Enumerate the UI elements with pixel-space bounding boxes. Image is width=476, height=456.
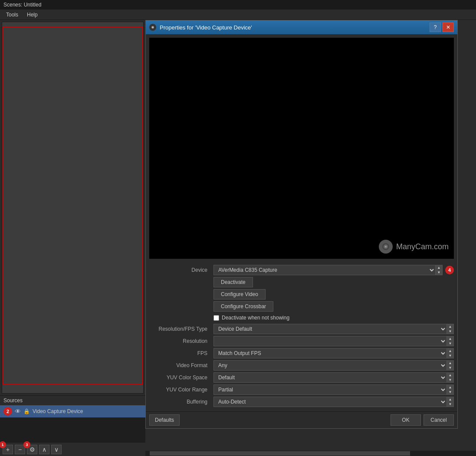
video-format-row: Video Format Any ▲ ▼ <box>149 359 454 371</box>
watermark-text: ManyCam.com <box>396 242 449 251</box>
yuv-color-space-label: YUV Color Space <box>149 375 210 381</box>
resolution-label: Resolution <box>149 338 210 344</box>
resolution-fps-select[interactable]: Device Default <box>214 324 446 334</box>
source-item-video-capture[interactable]: 2 👁 🔒 Video Capture Device <box>0 405 145 417</box>
dialog-close-button[interactable]: ✕ <box>443 23 454 32</box>
buffering-spin: ▲ ▼ <box>446 397 453 407</box>
yuv-color-range-control: Partial ▲ ▼ <box>213 384 454 395</box>
deactivate-button[interactable]: Deactivate <box>213 277 253 287</box>
buffering-select-wrapper[interactable]: Auto-Detect ▲ ▼ <box>213 397 454 407</box>
yuv-color-space-select-wrapper[interactable]: Default ▲ ▼ <box>213 372 454 383</box>
yuv-color-space-spin-up[interactable]: ▲ <box>447 373 453 378</box>
device-spin-down[interactable]: ▼ <box>436 270 442 275</box>
device-select[interactable]: AVerMedia C835 Capture <box>214 265 435 275</box>
video-format-spin-down[interactable]: ▼ <box>447 365 453 370</box>
deactivate-checkbox-label[interactable]: Deactivate when not showing <box>222 315 289 321</box>
video-format-select-wrapper[interactable]: Any ▲ ▼ <box>213 360 454 371</box>
resolution-select-wrapper[interactable]: ▲ ▼ <box>213 336 454 346</box>
video-format-spin-up[interactable]: ▲ <box>447 361 453 365</box>
title-bar: Scenes: Untitled <box>0 0 476 10</box>
yuv-color-space-spin-down[interactable]: ▼ <box>447 378 453 382</box>
resolution-control: ▲ ▼ <box>213 336 454 346</box>
title-text: Scenes: Untitled <box>3 2 41 8</box>
configure-video-control: Configure Video <box>213 289 454 300</box>
resolution-fps-select-wrapper[interactable]: Device Default ▲ ▼ <box>213 324 454 334</box>
resolution-fps-type-control: Device Default ▲ ▼ <box>213 324 454 334</box>
buffering-select[interactable]: Auto-Detect <box>214 397 446 407</box>
defaults-button[interactable]: Defaults <box>149 414 180 426</box>
resolution-fps-spin-down[interactable]: ▼ <box>447 329 453 334</box>
fps-label: FPS <box>149 350 210 356</box>
sources-list: 2 👁 🔒 Video Capture Device <box>0 405 145 442</box>
device-label: Device <box>149 267 210 273</box>
yuv-color-space-select[interactable]: Default <box>214 373 446 382</box>
deactivate-checkbox-row: Deactivate when not showing <box>149 313 454 323</box>
resolution-spin-down[interactable]: ▼ <box>447 341 453 346</box>
cancel-button[interactable]: Cancel <box>423 414 454 426</box>
device-name-container: AVerMedia C835 Capture ▲ ▼ 4 <box>213 265 454 275</box>
configure-crossbar-control: Configure Crossbar <box>213 301 454 312</box>
horizontal-scrollbar[interactable] <box>145 451 476 456</box>
device-select-wrapper[interactable]: AVerMedia C835 Capture ▲ ▼ <box>213 265 443 275</box>
resolution-fps-spin-up[interactable]: ▲ <box>447 324 453 329</box>
eye-icon: 👁 <box>15 408 21 415</box>
svg-point-2 <box>152 27 154 28</box>
fps-spin-down[interactable]: ▼ <box>447 353 453 358</box>
watermark-icon <box>379 240 393 254</box>
fps-select[interactable]: Match Output FPS <box>214 349 446 358</box>
deactivate-row: Deactivate <box>149 276 454 288</box>
buffering-row: Buffering Auto-Detect ▲ ▼ <box>149 396 454 408</box>
fps-spin-up[interactable]: ▲ <box>447 349 453 353</box>
yuv-color-space-row: YUV Color Space Default ▲ ▼ <box>149 371 454 384</box>
scene-border <box>2 26 143 384</box>
resolution-fps-spin: ▲ ▼ <box>446 324 453 334</box>
yuv-color-range-select[interactable]: Partial <box>214 385 446 394</box>
sources-toolbar: + 1 − ⚙ 3 ∧ ∨ <box>0 442 145 456</box>
menu-bar: Tools Help <box>0 10 476 20</box>
badge-3: 3 <box>23 441 30 448</box>
ok-button[interactable]: OK <box>391 414 421 426</box>
dialog-titlebar: Properties for 'Video Capture Device' ? … <box>146 20 457 34</box>
badge-1: 1 <box>0 441 6 448</box>
configure-crossbar-button[interactable]: Configure Crossbar <box>213 301 273 312</box>
resolution-row: Resolution ▲ ▼ <box>149 335 454 347</box>
yuv-color-range-select-wrapper[interactable]: Partial ▲ ▼ <box>213 384 454 395</box>
device-spin-up[interactable]: ▲ <box>436 265 442 270</box>
video-format-select[interactable]: Any <box>214 361 446 370</box>
menu-tools[interactable]: Tools <box>2 11 23 19</box>
yuv-color-range-spin-down[interactable]: ▼ <box>447 390 453 394</box>
dialog-title-buttons: ? ✕ <box>430 23 454 32</box>
sources-panel: Sources 2 👁 🔒 Video Capture Device + 1 −… <box>0 395 145 456</box>
fps-spin: ▲ ▼ <box>446 349 453 358</box>
buffering-label: Buffering <box>149 399 210 405</box>
yuv-color-range-row: YUV Color Range Partial ▲ ▼ <box>149 384 454 396</box>
menu-help[interactable]: Help <box>23 11 42 19</box>
device-badge-4: 4 <box>445 266 454 274</box>
source-name: Video Capture Device <box>33 408 83 414</box>
move-source-down-button[interactable]: ∨ <box>51 445 62 454</box>
resolution-spin: ▲ ▼ <box>446 336 453 346</box>
device-spin-btns: ▲ ▼ <box>435 265 442 275</box>
buffering-spin-down[interactable]: ▼ <box>447 402 453 407</box>
main-layout: Sources 2 👁 🔒 Video Capture Device + 1 −… <box>0 20 476 456</box>
left-panel: Sources 2 👁 🔒 Video Capture Device + 1 −… <box>0 20 145 456</box>
resolution-select[interactable] <box>214 336 446 346</box>
yuv-color-range-spin-up[interactable]: ▲ <box>447 385 453 390</box>
device-row: Device AVerMedia C835 Capture ▲ ▼ <box>149 264 454 276</box>
buffering-spin-up[interactable]: ▲ <box>447 397 453 402</box>
deactivate-when-not-showing-checkbox[interactable] <box>213 315 219 321</box>
resolution-spin-up[interactable]: ▲ <box>447 336 453 341</box>
h-scrollbar-thumb[interactable] <box>150 451 410 456</box>
buffering-control: Auto-Detect ▲ ▼ <box>213 397 454 407</box>
footer-right-buttons: OK Cancel <box>391 414 454 426</box>
configure-video-button[interactable]: Configure Video <box>213 289 266 300</box>
yuv-color-space-control: Default ▲ ▼ <box>213 372 454 383</box>
fps-row: FPS Match Output FPS ▲ ▼ <box>149 347 454 359</box>
resolution-fps-type-label: Resolution/FPS Type <box>149 326 210 332</box>
fps-select-wrapper[interactable]: Match Output FPS ▲ ▼ <box>213 348 454 358</box>
dialog-help-button[interactable]: ? <box>430 23 441 32</box>
video-format-control: Any ▲ ▼ <box>213 360 454 371</box>
move-source-up-button[interactable]: ∧ <box>39 445 49 454</box>
properties-dialog: Properties for 'Video Capture Device' ? … <box>145 20 458 429</box>
dialog-title: Properties for 'Video Capture Device' <box>160 24 426 31</box>
